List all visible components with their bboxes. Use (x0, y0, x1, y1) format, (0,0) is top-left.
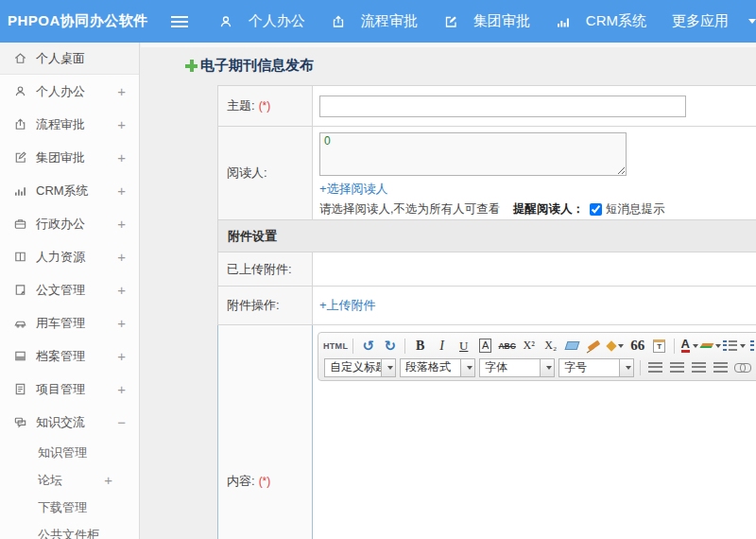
chevron-down-icon (619, 359, 633, 376)
subject-input[interactable] (319, 96, 686, 117)
expand-plus-icon[interactable]: + (117, 315, 126, 331)
eraser-icon (565, 341, 580, 350)
unordered-list-button[interactable] (747, 337, 756, 356)
expand-plus-icon[interactable]: + (117, 149, 126, 165)
sidebar-item-document-management[interactable]: 公文管理 + (0, 273, 139, 306)
expand-plus-icon[interactable]: + (117, 282, 126, 298)
highlight-color-button[interactable] (701, 337, 721, 356)
heading-select[interactable]: 自定义标题 (324, 358, 396, 377)
marker-pen-icon (700, 343, 714, 348)
edit-icon (12, 150, 27, 165)
uploaded-attachments-label-cell: 已上传附件: (218, 252, 313, 286)
sidebar-item-knowledge-exchange[interactable]: 知识交流 − (0, 406, 139, 439)
char-border-button[interactable]: A (475, 337, 495, 356)
upload-attachment-link[interactable]: +上传附件 (319, 297, 376, 314)
expand-plus-icon[interactable]: + (117, 83, 126, 99)
sidebar-item-personal-desktop[interactable]: 个人桌面 (0, 43, 139, 75)
expand-plus-icon[interactable]: + (117, 381, 126, 397)
sidebar-item-group-approval[interactable]: 集团审批 + (0, 141, 139, 174)
content-label: 内容: (227, 473, 255, 490)
subscript-button[interactable]: X₂ (541, 337, 560, 356)
italic-button[interactable]: I (432, 337, 452, 356)
nav-workflow-approval[interactable]: 流程审批 (331, 12, 418, 30)
expand-plus-icon[interactable]: + (117, 116, 126, 132)
sidebar-item-workflow-approval[interactable]: 流程审批 + (0, 108, 139, 141)
editor-content-area[interactable] (313, 381, 756, 539)
page-title: 电子期刊信息发布 (200, 57, 314, 75)
editor-toolbar: HTML ↺ ↻ B I U A ABC X² X₂ (318, 332, 756, 381)
publish-form: 主题: (*) 阅读人: 0 +选择阅读人 请选择阅读人,不选为所有人可查看 提… (217, 85, 756, 539)
undo-button[interactable]: ↺ (358, 337, 378, 356)
attachment-actions-label: 附件操作: (227, 297, 280, 314)
sidebar-item-knowledge-management[interactable]: 知识管理 (0, 439, 139, 466)
required-mark: (*) (259, 99, 271, 113)
car-icon (12, 316, 27, 331)
sidebar-item-project-management[interactable]: 项目管理 + (0, 373, 139, 406)
sidebar: 个人桌面 个人办公 + 流程审批 + 集团审批 + CRM系统 + 行政办公 +… (0, 43, 140, 539)
remove-format-button[interactable] (562, 337, 582, 356)
readers-value-cell: 0 +选择阅读人 请选择阅读人,不选为所有人可查看 提醒阅读人： 短消息提示 (313, 127, 756, 219)
sidebar-item-vehicle-management[interactable]: 用车管理 + (0, 306, 139, 339)
attachments-section-header: 附件设置 (217, 220, 756, 252)
sidebar-item-administrative-office[interactable]: 行政办公 + (0, 207, 139, 240)
expand-plus-icon[interactable]: + (117, 216, 126, 232)
chevron-down-icon (540, 359, 554, 376)
expand-plus-icon[interactable]: + (117, 348, 126, 364)
toolbar-separator (404, 339, 405, 354)
blockquote-button[interactable]: 66 (627, 337, 647, 356)
nav-personal-office[interactable]: 个人办公 (218, 12, 305, 30)
auto-typeset-button[interactable] (606, 337, 626, 356)
paste-as-text-button[interactable]: T (649, 337, 669, 356)
nav-crm-system[interactable]: CRM系统 (556, 12, 646, 30)
content-label-cell: 内容: (*) (218, 325, 313, 539)
ordered-list-button[interactable] (723, 337, 746, 356)
expand-plus-icon[interactable]: + (104, 472, 112, 488)
readers-row: 阅读人: 0 +选择阅读人 请选择阅读人,不选为所有人可查看 提醒阅读人： 短消… (217, 127, 756, 220)
format-painter-button[interactable] (584, 337, 604, 356)
main-content: 电子期刊信息发布 主题: (*) 阅读人: 0 +选择阅读人 请选择阅读人,不选… (141, 43, 756, 539)
insert-link-button[interactable] (732, 358, 752, 377)
underline-button[interactable]: U (454, 337, 473, 356)
align-right-button[interactable] (689, 358, 709, 377)
font-family-select[interactable]: 字体 (479, 358, 555, 377)
sidebar-item-human-resources[interactable]: 人力资源 + (0, 240, 139, 273)
sidebar-item-forum[interactable]: 论坛 + (0, 466, 139, 494)
sidebar-item-public-file-cabinet[interactable]: 公共文件柜 (0, 521, 139, 539)
nav-group-approval[interactable]: 集团审批 (443, 12, 530, 30)
sms-checkbox[interactable] (590, 203, 602, 216)
subject-value-cell (313, 86, 756, 126)
superscript-button[interactable]: X² (519, 337, 539, 356)
chevron-down-icon (715, 344, 721, 348)
align-center-button[interactable] (667, 358, 687, 377)
readers-textarea[interactable]: 0 (319, 132, 627, 176)
select-readers-link[interactable]: +选择阅读人 (319, 181, 388, 198)
chevron-down-icon[interactable] (748, 19, 756, 24)
sidebar-item-crm-system[interactable]: CRM系统 + (0, 174, 139, 207)
source-code-button[interactable]: HTML (323, 337, 348, 356)
align-right-icon (692, 362, 706, 373)
collapse-minus-icon[interactable]: − (117, 414, 126, 430)
expand-plus-icon[interactable]: + (117, 249, 126, 265)
font-color-button[interactable]: A (679, 337, 699, 356)
expand-plus-icon[interactable]: + (117, 183, 126, 199)
sidebar-item-archive-management[interactable]: 档案管理 + (0, 339, 139, 373)
align-center-icon (670, 362, 684, 373)
align-left-button[interactable] (645, 358, 665, 377)
bold-button[interactable]: B (410, 337, 430, 356)
strikethrough-button[interactable]: ABC (497, 337, 517, 356)
paragraph-format-select[interactable]: 段落格式 (400, 358, 475, 377)
clipboard-icon: T (653, 339, 665, 353)
sidebar-item-personal-office[interactable]: 个人办公 + (0, 75, 139, 108)
subject-label: 主题: (227, 97, 255, 114)
font-size-select[interactable]: 字号 (558, 358, 634, 377)
app-logo[interactable]: PHPOA协同办公软件 (0, 12, 171, 30)
sidebar-item-download-management[interactable]: 下载管理 (0, 494, 139, 521)
align-justify-button[interactable] (711, 358, 730, 377)
nav-more-apps[interactable]: 更多应用 (672, 12, 729, 30)
toolbar-separator (640, 360, 641, 375)
hamburger-menu-icon[interactable] (171, 16, 187, 27)
topbar: PHPOA协同办公软件 个人办公 流程审批 集团审批 CRM系统 更多应用 (0, 0, 756, 43)
redo-button[interactable]: ↻ (380, 337, 400, 356)
document-icon (12, 283, 27, 298)
process-icon (12, 117, 27, 132)
